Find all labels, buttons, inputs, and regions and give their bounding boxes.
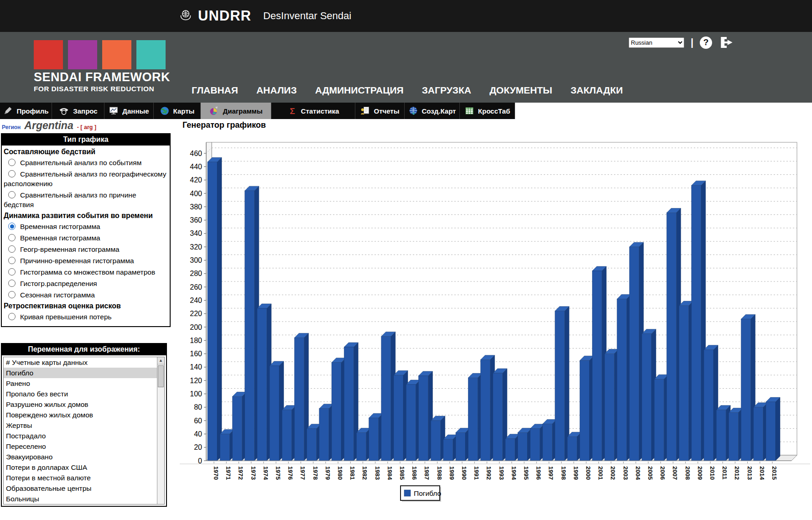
- radio-selected-icon[interactable]: [8, 223, 16, 230]
- nav-item-3[interactable]: АДМИНИСТРАЦИЯ: [315, 85, 404, 96]
- bar: [245, 191, 255, 461]
- x-tick-label: 2012: [734, 466, 740, 480]
- radio-option[interactable]: Сравнительный анализ по географическому …: [2, 168, 170, 189]
- x-tick-label: 2015: [771, 466, 778, 480]
- tab-профиль[interactable]: Профиль: [0, 103, 52, 119]
- logout-icon[interactable]: [718, 36, 735, 49]
- radio-icon[interactable]: [8, 191, 16, 198]
- bar: [741, 319, 751, 461]
- radio-option[interactable]: Кривая превышения потерь: [2, 311, 170, 322]
- x-tick-label: 1993: [498, 466, 505, 480]
- tab-запрос[interactable]: Запрос: [52, 103, 104, 119]
- radio-label: Сезонная гистограмма: [20, 291, 95, 299]
- radio-option[interactable]: Гистограмма со множеством параметров: [2, 266, 170, 278]
- list-item[interactable]: Образовательные центры: [4, 483, 157, 494]
- tab-диаграммы[interactable]: Диаграммы: [201, 103, 271, 119]
- x-tick-label: 1989: [448, 466, 455, 480]
- y-tick-label: 140: [190, 363, 202, 371]
- nav-item-1[interactable]: ГЛАВНАЯ: [192, 85, 238, 96]
- bar: [232, 396, 242, 461]
- radio-icon[interactable]: [8, 257, 16, 264]
- list-item[interactable]: Пропало без вести: [4, 389, 157, 399]
- brand-text: UNDRR: [198, 8, 251, 24]
- x-tick-label: 1971: [225, 466, 232, 480]
- list-item[interactable]: Разрушено жилых домов: [4, 399, 157, 410]
- tab-label: Профиль: [16, 107, 48, 115]
- radio-icon[interactable]: [8, 268, 16, 276]
- radio-label: Кривая превышения потерь: [20, 313, 112, 321]
- radio-option[interactable]: Гистогр.распределения: [2, 278, 170, 289]
- x-tick-label: 1974: [262, 466, 269, 480]
- radio-icon[interactable]: [8, 291, 16, 298]
- list-item[interactable]: Пострадало: [4, 431, 157, 441]
- tab-данные[interactable]: Данные: [104, 103, 154, 119]
- x-tick-label: 1983: [374, 466, 381, 480]
- x-tick-label: 2002: [609, 466, 616, 480]
- list-item[interactable]: # Учетные карты данных: [4, 357, 157, 368]
- y-tick-label: 100: [190, 390, 202, 398]
- chart-type-panel: Тип графика Составляющие бедствийСравнит…: [1, 133, 171, 327]
- bar: [542, 424, 552, 461]
- scrollbar-thumb[interactable]: [158, 365, 164, 387]
- nav-item-4[interactable]: ЗАГРУЗКА: [422, 85, 471, 96]
- tab-созд.карт[interactable]: Созд.Карт: [405, 103, 460, 119]
- scroll-up-icon[interactable]: ▲: [157, 357, 164, 364]
- y-tick-label: 360: [190, 216, 202, 224]
- radio-icon[interactable]: [8, 245, 16, 253]
- tab-кросстаб[interactable]: КроссТаб: [460, 103, 515, 119]
- radio-icon[interactable]: [8, 280, 16, 287]
- tab-карты[interactable]: Карты: [154, 103, 201, 119]
- list-item[interactable]: Погибло: [4, 368, 157, 378]
- x-tick-label: 1973: [250, 466, 257, 480]
- radio-icon[interactable]: [8, 313, 16, 320]
- y-tick-label: 240: [190, 296, 202, 304]
- top-black-bar: UNDRR DesInventar Sendai: [0, 0, 812, 32]
- radio-option[interactable]: Сезонная гистограмма: [2, 289, 170, 301]
- bar: [518, 432, 527, 461]
- language-select[interactable]: Russian: [629, 37, 684, 48]
- radio-option[interactable]: Временная гистограмма: [2, 232, 170, 244]
- radio-icon[interactable]: [8, 170, 16, 177]
- tab-label: КроссТаб: [478, 107, 510, 115]
- bar: [344, 347, 354, 461]
- nav-item-5[interactable]: ДОКУМЕНТЫ: [489, 85, 552, 96]
- chart-type-panel-title: Тип графика: [2, 134, 170, 146]
- nav-item-6[interactable]: ЗАКЛАДКИ: [571, 85, 623, 96]
- x-tick-label: 2013: [746, 466, 753, 480]
- bar: [418, 376, 428, 461]
- y-tick-label: 320: [190, 243, 202, 251]
- radio-icon[interactable]: [8, 159, 16, 166]
- bar-side: [217, 157, 222, 461]
- list-item[interactable]: Ранено: [4, 378, 157, 389]
- sendai-logo-subtitle: FOR DISASTER RISK REDUCTION: [34, 85, 154, 93]
- main-nav: ГЛАВНАЯАНАЛИЗАДМИНИСТРАЦИЯЗАГРУЗКАДОКУМЕ…: [192, 85, 623, 96]
- radio-icon[interactable]: [8, 234, 16, 241]
- list-item[interactable]: Потери в местной валюте: [4, 473, 157, 483]
- list-item[interactable]: Потери в долларах США: [4, 462, 157, 473]
- help-icon[interactable]: ?: [700, 36, 712, 49]
- radio-label: Гистогр.распределения: [20, 280, 97, 287]
- scrollbar[interactable]: ▲: [157, 357, 164, 504]
- radio-label: Сравнительный анализ по событиям: [20, 159, 141, 166]
- x-tick-label: 2009: [697, 466, 703, 480]
- chart-canvas: 0204060801001201401601802002202402602803…: [178, 124, 812, 520]
- radio-option[interactable]: Причинно-временная гистограмма: [2, 255, 170, 266]
- list-item[interactable]: Переселено: [4, 441, 157, 452]
- bar: [480, 360, 490, 461]
- tab-статистика[interactable]: ΣСтатистика: [271, 103, 355, 119]
- list-item[interactable]: Больницы: [4, 494, 157, 504]
- radio-option[interactable]: Сравнительный анализ по событиям: [2, 157, 170, 168]
- y-tick-label: 340: [190, 229, 202, 237]
- tab-отчеты[interactable]: Отчеты: [355, 103, 405, 119]
- x-tick-label: 1992: [485, 466, 492, 480]
- radio-option[interactable]: Сравнительный анализ по причине бедствия: [2, 189, 170, 210]
- radio-option[interactable]: Геогр-временная гистограмма: [2, 244, 170, 255]
- list-item[interactable]: Повреждено жилых домов: [4, 410, 157, 420]
- nav-item-2[interactable]: АНАЛИЗ: [256, 85, 297, 96]
- list-item[interactable]: Жертвы: [4, 420, 157, 431]
- x-tick-label: 2011: [721, 466, 728, 480]
- bar: [754, 407, 763, 461]
- reports-icon: [360, 106, 370, 116]
- list-item[interactable]: Эвакуировано: [4, 452, 157, 462]
- radio-option[interactable]: Временная гистограмма: [2, 221, 170, 232]
